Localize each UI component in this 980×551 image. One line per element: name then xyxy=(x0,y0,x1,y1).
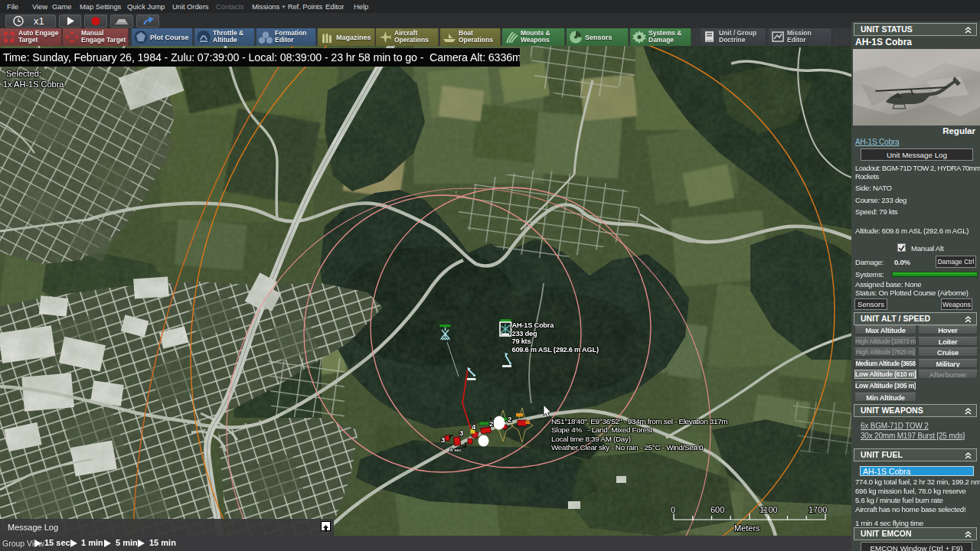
svg-text:8 sec: 8 sec xyxy=(450,448,462,452)
svg-text:600: 600 xyxy=(710,505,724,514)
svg-text:79 kts: 79 kts xyxy=(512,337,531,345)
svg-text:2: 2 xyxy=(508,415,511,423)
svg-text:x1: x1 xyxy=(34,15,44,27)
svg-text:0: 0 xyxy=(671,505,675,514)
svg-text:609.6 m ASL (292.6 m AGL): 609.6 m ASL (292.6 m AGL) xyxy=(512,346,599,354)
svg-text:1700: 1700 xyxy=(808,505,827,514)
svg-text:3: 3 xyxy=(459,429,463,437)
svg-text:2: 2 xyxy=(489,419,493,428)
svg-text:1100: 1100 xyxy=(760,505,778,514)
svg-text:3: 3 xyxy=(441,435,445,444)
svg-text:AH-1S Cobra: AH-1S Cobra xyxy=(512,321,555,329)
svg-text:Meters: Meters xyxy=(734,523,760,533)
svg-text:4: 4 xyxy=(472,422,476,431)
svg-text:233 deg: 233 deg xyxy=(512,330,537,337)
